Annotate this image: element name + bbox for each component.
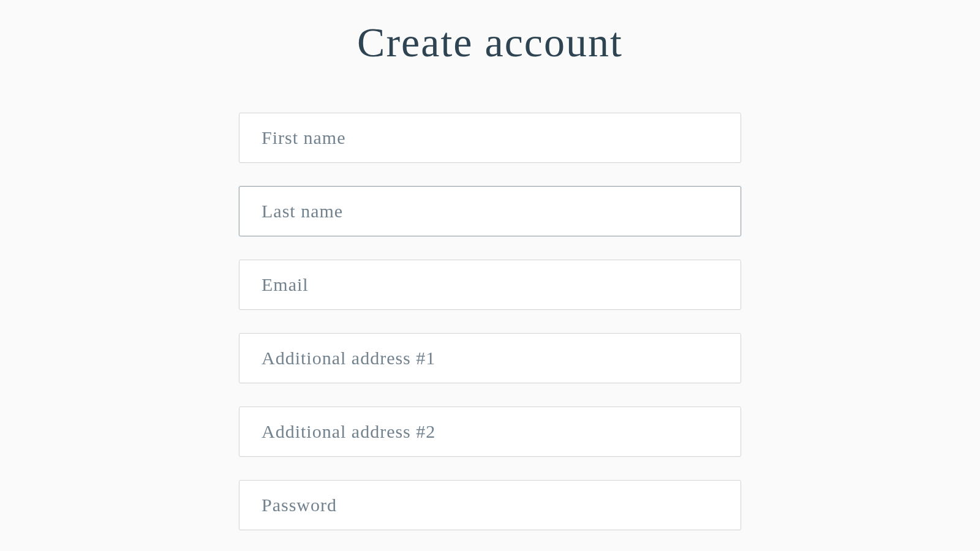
first-name-field[interactable] [239,113,741,163]
last-name-field[interactable] [239,186,741,236]
password-field[interactable] [239,480,741,530]
email-field[interactable] [239,260,741,310]
signup-page: Create account [0,0,980,530]
signup-form [239,113,741,530]
address-1-field[interactable] [239,333,741,383]
address-2-field[interactable] [239,407,741,457]
page-title: Create account [357,18,623,67]
